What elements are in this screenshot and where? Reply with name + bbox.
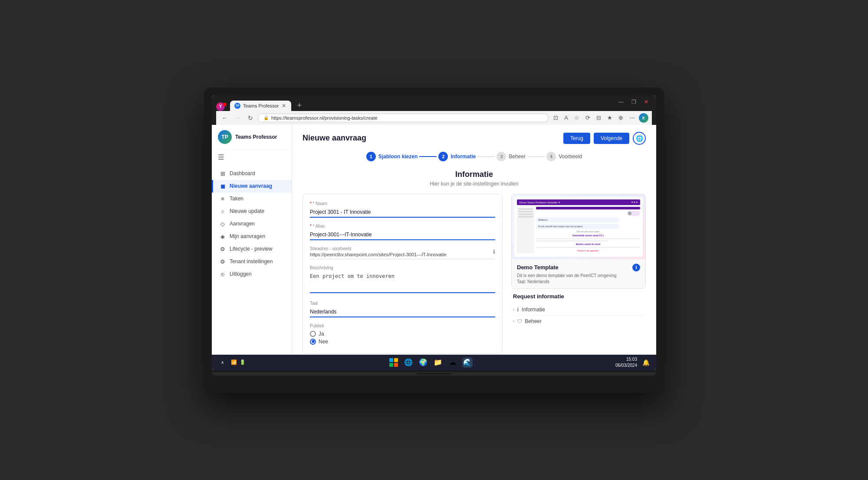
info-icon[interactable]: ℹ bbox=[493, 248, 495, 255]
system-tray-expand[interactable]: ∧ bbox=[217, 357, 227, 368]
globe-button[interactable]: 🌐 bbox=[633, 132, 646, 145]
notification-badge bbox=[223, 103, 227, 106]
mock-sidebar bbox=[517, 207, 534, 253]
favorites-button[interactable]: ☆ bbox=[572, 113, 582, 122]
sidebar-item-nieuwe-update[interactable]: ○ Nieuwe update bbox=[212, 205, 292, 218]
alias-input[interactable] bbox=[310, 230, 495, 240]
active-tab[interactable]: TP Teams Professor ✕ bbox=[230, 101, 291, 111]
radio-ja[interactable]: Ja bbox=[310, 331, 495, 337]
main-content: Nieuwe aanvraag Terug Volgende 🌐 1 Sjabl… bbox=[292, 125, 656, 355]
back-nav-button[interactable]: ← bbox=[220, 113, 230, 123]
radio-ja-label: Ja bbox=[319, 331, 324, 337]
template-info-button[interactable]: ℹ bbox=[632, 264, 640, 271]
nav-label-tenant: Tenant instellingen bbox=[230, 258, 273, 264]
mock-main-area: Welkom Ik wil mezelf een naam van het pr… bbox=[536, 207, 640, 253]
page-title: Nieuwe aanvraag bbox=[302, 134, 366, 143]
collections-button[interactable]: ⊕ bbox=[616, 113, 625, 122]
refresh-nav-button[interactable]: ↻ bbox=[246, 113, 255, 123]
step-3[interactable]: 3 Beheer bbox=[496, 152, 526, 161]
sidebar-item-uitloggen[interactable]: ⎋ Uitloggen bbox=[212, 268, 292, 281]
favorites2-button[interactable]: ★ bbox=[605, 113, 615, 122]
maximize-button[interactable]: ❐ bbox=[628, 98, 640, 106]
tenant-icon: ⚙ bbox=[219, 258, 226, 265]
new-tab-button[interactable]: + bbox=[294, 100, 306, 111]
sidebar-item-lifecycle[interactable]: ⚙ Lifecycle - preview bbox=[212, 243, 292, 255]
sidebar-header: TP Teams Professor bbox=[212, 125, 292, 150]
close-button[interactable]: ✕ bbox=[641, 98, 652, 106]
radio-nee[interactable]: Nee bbox=[310, 339, 495, 345]
mock-footer: Puurict in de agenda's bbox=[536, 249, 640, 252]
laptop-notch bbox=[417, 373, 451, 375]
right-panel: Demo Teams Professor template ✦ ● ● ● bbox=[511, 194, 646, 354]
profile-button[interactable]: E bbox=[639, 113, 648, 123]
info-circle-icon: ℹ bbox=[517, 307, 519, 313]
radio-nee-btn[interactable] bbox=[310, 339, 316, 345]
step-1-circle: 1 bbox=[366, 152, 376, 161]
nav-label-nieuwe-update: Nieuwe update bbox=[230, 208, 264, 214]
extensions-button[interactable]: ⟳ bbox=[583, 113, 592, 122]
step-2-circle: 2 bbox=[438, 152, 448, 161]
step-4[interactable]: 4 Voorbeeld bbox=[546, 152, 582, 161]
taskbar-left: ∧ 📶 🔋 bbox=[217, 357, 246, 368]
naam-field: * * Naam bbox=[310, 201, 495, 218]
connector-3-4 bbox=[527, 156, 545, 157]
taskbar-right: 15:03 06/03/2024 🔔 bbox=[615, 356, 651, 369]
taskbar: ∧ 📶 🔋 🌐 🌍 📁 bbox=[212, 355, 656, 370]
publiek-label: Publiek bbox=[310, 323, 495, 328]
taskbar-app-onedrive[interactable]: ☁ bbox=[447, 357, 458, 368]
sidebar-item-aanvragen[interactable]: ◇ Aanvragen bbox=[212, 218, 292, 230]
back-button[interactable]: Terug bbox=[563, 133, 590, 144]
mock-chat-2: Ik wil mezelf een naam van het project bbox=[536, 224, 619, 229]
cast-button[interactable]: ⊡ bbox=[551, 113, 560, 122]
settings-button[interactable]: ⋯ bbox=[627, 113, 637, 122]
sidebar-item-tenant[interactable]: ⚙ Tenant instellingen bbox=[212, 255, 292, 268]
step-2[interactable]: 2 Informatie bbox=[438, 152, 476, 161]
forward-nav-button[interactable]: → bbox=[233, 113, 243, 123]
info-row-beheer[interactable]: › 🛡 Beheer bbox=[513, 315, 644, 327]
taskbar-app-explorer[interactable]: 📁 bbox=[433, 357, 443, 368]
uitloggen-icon: ⎋ bbox=[219, 271, 226, 278]
tab-close-button[interactable]: ✕ bbox=[282, 103, 286, 109]
radio-ja-btn[interactable] bbox=[310, 331, 316, 337]
next-button[interactable]: Volgende bbox=[594, 133, 629, 144]
sidebar-app-title: Teams Professor bbox=[235, 134, 277, 140]
sidebar-item-nieuwe-aanvraag[interactable]: ◼ Nieuwe aanvraag bbox=[212, 180, 292, 193]
template-desc: Dit is een demo template van de PeerICT … bbox=[517, 273, 640, 278]
step-1[interactable]: 1 Sjabloon kiezen bbox=[366, 152, 418, 161]
minimize-button[interactable]: — bbox=[615, 98, 627, 106]
info-row-informatie[interactable]: › ℹ Informatie bbox=[513, 304, 644, 315]
nav-label-uitloggen: Uitloggen bbox=[230, 271, 252, 277]
taskbar-app-browser2[interactable]: 🌊 bbox=[462, 357, 473, 368]
step-2-label: Informatie bbox=[450, 153, 476, 160]
template-preview: Demo Teams Professor template ✦ ● ● ● bbox=[511, 194, 646, 289]
step-3-label: Beheer bbox=[509, 153, 526, 160]
windows-start-button[interactable] bbox=[388, 357, 399, 368]
siteadres-label: Siteadres - voorbeeld bbox=[310, 246, 447, 251]
sidebar-item-dashboard[interactable]: ⊞ Dashboard bbox=[212, 167, 292, 180]
split-view-button[interactable]: ⊟ bbox=[594, 113, 603, 122]
sidebar-item-taken[interactable]: ≡ Taken bbox=[212, 193, 292, 205]
lock-icon: 🔒 bbox=[263, 115, 269, 120]
nav-label-mijn-aanvragen: Mijn aanvragen bbox=[230, 233, 265, 239]
nieuwe-aanvraag-icon: ◼ bbox=[219, 183, 226, 189]
lifecycle-icon: ⚙ bbox=[219, 246, 226, 252]
sidebar-item-mijn-aanvragen[interactable]: ◈ Mijn aanvragen bbox=[212, 230, 292, 243]
hamburger-menu[interactable]: ☰ bbox=[212, 150, 292, 165]
taskbar-app-chrome[interactable]: 🌍 bbox=[418, 357, 428, 368]
font-button[interactable]: A bbox=[562, 113, 570, 122]
naam-input[interactable] bbox=[310, 207, 495, 218]
nav-label-lifecycle: Lifecycle - preview bbox=[230, 246, 273, 252]
tab-title: Teams Professor bbox=[243, 103, 279, 108]
beschrijving-textarea[interactable]: Een project om te innoveren bbox=[310, 271, 495, 293]
nav-label-taken: Taken bbox=[230, 196, 243, 202]
taal-select[interactable]: Nederlands bbox=[310, 307, 495, 317]
notifications-button[interactable]: 🔔 bbox=[641, 357, 651, 368]
taskbar-app-edge[interactable]: 🌐 bbox=[403, 357, 414, 368]
beschrijving-field: Beschrijving Een project om te innoveren bbox=[310, 265, 495, 295]
powered-by: Powered by: PuurICT ▾ bbox=[302, 354, 646, 355]
aanvragen-icon: ◇ bbox=[219, 221, 226, 227]
sidebar: TP Teams Professor ☰ ⊞ Dashboard ◼ Nieuw… bbox=[212, 125, 292, 355]
address-bar[interactable]: 🔒 https://teamsprofessor.nl/provisioning… bbox=[258, 114, 549, 122]
template-name-row: Demo Template ℹ bbox=[517, 264, 640, 271]
chevron-informatie: › bbox=[513, 307, 514, 312]
